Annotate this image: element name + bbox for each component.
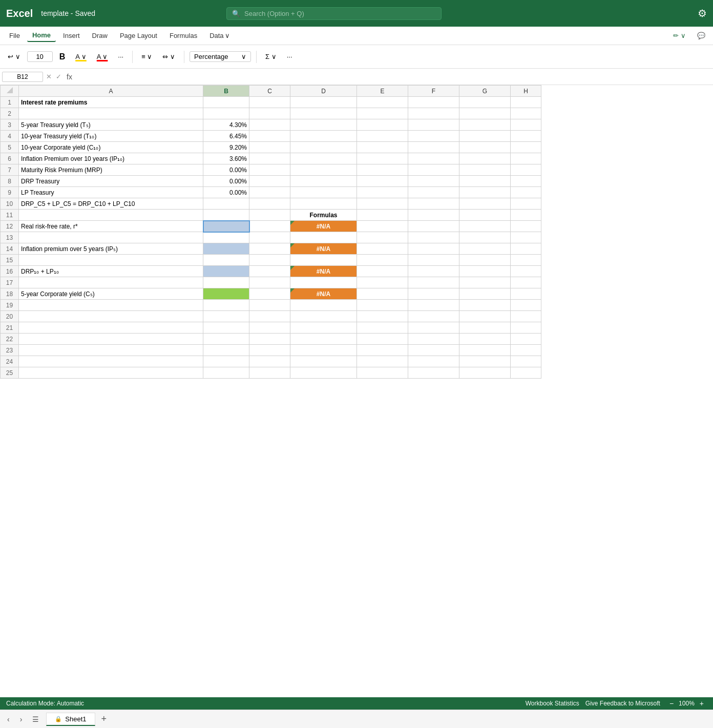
cell-B2[interactable] (203, 108, 249, 119)
cell-C18[interactable] (249, 288, 290, 300)
cell-F19[interactable] (408, 300, 459, 311)
cell-B1[interactable] (203, 97, 249, 108)
cell-A10[interactable]: DRP_C5 + LP_C5 = DRP_C10 + LP_C10 (19, 198, 203, 210)
cell-C23[interactable] (249, 345, 290, 356)
cell-G9[interactable] (459, 187, 511, 198)
cell-G22[interactable] (459, 334, 511, 345)
cell-H9[interactable] (511, 187, 541, 198)
cell-A20[interactable] (19, 311, 203, 322)
cell-F4[interactable] (408, 131, 459, 142)
cell-G24[interactable] (459, 356, 511, 367)
cell-H14[interactable] (511, 243, 541, 255)
cell-C5[interactable] (249, 142, 290, 153)
cell-B22[interactable] (203, 334, 249, 345)
cell-D25[interactable] (290, 367, 357, 379)
cell-A15[interactable] (19, 255, 203, 266)
cell-G12[interactable] (459, 221, 511, 232)
cell-B3[interactable]: 4.30% (203, 119, 249, 131)
cell-C16[interactable] (249, 266, 290, 277)
search-input[interactable] (244, 10, 436, 17)
cell-E6[interactable] (357, 153, 408, 164)
cell-E10[interactable] (357, 198, 408, 210)
cell-H8[interactable] (511, 176, 541, 187)
cell-A9[interactable]: LP Treasury (19, 187, 203, 198)
cell-E20[interactable] (357, 311, 408, 322)
cell-E7[interactable] (357, 164, 408, 176)
cell-E25[interactable] (357, 367, 408, 379)
cell-D5[interactable] (290, 142, 357, 153)
cell-G23[interactable] (459, 345, 511, 356)
cell-H22[interactable] (511, 334, 541, 345)
cell-G21[interactable] (459, 322, 511, 334)
cell-B9[interactable]: 0.00% (203, 187, 249, 198)
cell-G1[interactable] (459, 97, 511, 108)
cell-G14[interactable] (459, 243, 511, 255)
cell-F2[interactable] (408, 108, 459, 119)
cell-E3[interactable] (357, 119, 408, 131)
cell-F17[interactable] (408, 277, 459, 288)
cell-A3[interactable]: 5-year Treasury yield (T₅) (19, 119, 203, 131)
cell-C12[interactable] (249, 221, 290, 232)
cell-A21[interactable] (19, 322, 203, 334)
cell-F23[interactable] (408, 345, 459, 356)
highlight-color-button[interactable]: A ∨ (72, 51, 90, 63)
cell-C19[interactable] (249, 300, 290, 311)
cell-D20[interactable] (290, 311, 357, 322)
align-button[interactable]: ≡ ∨ (138, 51, 156, 63)
sum-button[interactable]: Σ ∨ (262, 51, 280, 63)
cell-B6[interactable]: 3.60% (203, 153, 249, 164)
cell-D15[interactable] (290, 255, 357, 266)
cell-F21[interactable] (408, 322, 459, 334)
cell-H13[interactable] (511, 232, 541, 243)
cell-E21[interactable] (357, 322, 408, 334)
cell-B12[interactable] (203, 221, 249, 232)
cell-A23[interactable] (19, 345, 203, 356)
cell-A12[interactable]: Real risk-free rate, r* (19, 221, 203, 232)
bold-button[interactable]: B (56, 50, 69, 64)
cell-G20[interactable] (459, 311, 511, 322)
cell-E11[interactable] (357, 210, 408, 221)
font-color-button[interactable]: A ∨ (93, 51, 112, 63)
cell-H1[interactable] (511, 97, 541, 108)
more-button-2[interactable]: ··· (283, 51, 296, 63)
col-header-B[interactable]: B (203, 86, 249, 97)
cell-F8[interactable] (408, 176, 459, 187)
cell-H16[interactable] (511, 266, 541, 277)
cell-C20[interactable] (249, 311, 290, 322)
search-box[interactable]: 🔍 (226, 7, 442, 20)
cell-F12[interactable] (408, 221, 459, 232)
cell-C25[interactable] (249, 367, 290, 379)
cell-B20[interactable] (203, 311, 249, 322)
cell-F7[interactable] (408, 164, 459, 176)
cell-D6[interactable] (290, 153, 357, 164)
cell-G25[interactable] (459, 367, 511, 379)
col-header-F[interactable]: F (408, 86, 459, 97)
cell-F9[interactable] (408, 187, 459, 198)
cell-D21[interactable] (290, 322, 357, 334)
cell-D24[interactable] (290, 356, 357, 367)
cell-G7[interactable] (459, 164, 511, 176)
cell-H3[interactable] (511, 119, 541, 131)
cell-C1[interactable] (249, 97, 290, 108)
cell-C13[interactable] (249, 232, 290, 243)
cell-C22[interactable] (249, 334, 290, 345)
cell-E17[interactable] (357, 277, 408, 288)
cell-G17[interactable] (459, 277, 511, 288)
cell-B16[interactable] (203, 266, 249, 277)
cell-G2[interactable] (459, 108, 511, 119)
cell-D17[interactable] (290, 277, 357, 288)
cell-D16[interactable]: #N/A (290, 266, 357, 277)
cell-A1[interactable]: Interest rate premiums (19, 97, 203, 108)
cell-A18[interactable]: 5-year Corporate yield (C₅) (19, 288, 203, 300)
cell-E19[interactable] (357, 300, 408, 311)
cell-D22[interactable] (290, 334, 357, 345)
menu-file[interactable]: File (4, 30, 25, 41)
cell-B8[interactable]: 0.00% (203, 176, 249, 187)
cell-C6[interactable] (249, 153, 290, 164)
cell-E9[interactable] (357, 187, 408, 198)
cell-H7[interactable] (511, 164, 541, 176)
cell-B24[interactable] (203, 356, 249, 367)
cell-F16[interactable] (408, 266, 459, 277)
font-size-input[interactable] (27, 51, 53, 62)
cell-D4[interactable] (290, 131, 357, 142)
